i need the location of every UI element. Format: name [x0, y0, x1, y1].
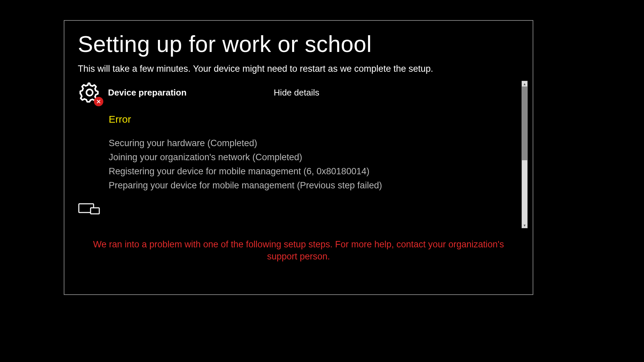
error-badge-icon [94, 97, 103, 106]
svg-rect-4 [91, 208, 99, 214]
content-scroll-area: Device preparation Hide details Error Se… [78, 81, 519, 235]
section-label: Device preparation [108, 87, 186, 98]
details-panel: Error Securing your hardware (Completed)… [109, 114, 519, 192]
scroll-down-arrow-icon[interactable]: ▼ [522, 223, 527, 228]
setup-step: Registering your device for mobile manag… [109, 165, 519, 179]
hide-details-toggle[interactable]: Hide details [274, 87, 319, 98]
setup-step: Securing your hardware (Completed) [109, 136, 519, 150]
footer-error-message: We ran into a problem with one of the fo… [81, 238, 516, 263]
scrollbar[interactable]: ▲ ▼ [522, 81, 528, 228]
page-title: Setting up for work or school [78, 31, 519, 57]
device-preparation-row: Device preparation Hide details [78, 81, 519, 104]
svg-point-0 [87, 89, 93, 96]
setup-dialog: Setting up for work or school This will … [64, 20, 533, 295]
devices-icon [78, 202, 519, 217]
status-text: Error [109, 114, 519, 125]
gear-icon [78, 81, 101, 104]
scrollbar-thumb[interactable] [522, 86, 527, 160]
scroll-up-arrow-icon[interactable]: ▲ [522, 81, 527, 86]
page-subtitle: This will take a few minutes. Your devic… [78, 64, 519, 74]
setup-step: Preparing your device for mobile managem… [109, 179, 519, 193]
setup-step: Joining your organization's network (Com… [109, 150, 519, 165]
